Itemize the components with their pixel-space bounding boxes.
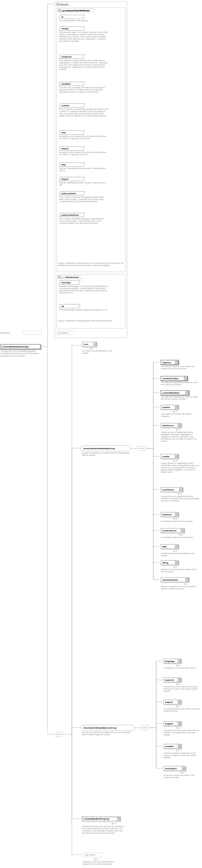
- grp-i18n-footer: A group of attributes for language and s…: [58, 320, 124, 322]
- svg-text:0..∞: 0..∞: [173, 550, 177, 552]
- svg-rect-30: [23, 331, 42, 335]
- svg-text:attributes: attributes: [60, 3, 68, 6]
- svg-text:urgency: urgency: [162, 361, 171, 364]
- svg-text:userInteraction: userInteraction: [162, 579, 178, 581]
- svg-text:0..∞: 0..∞: [176, 429, 180, 431]
- root-desc: The type for a set of metadata propertie…: [1, 350, 39, 357]
- svg-text:rating: rating: [162, 561, 168, 564]
- any-other-desc: Extension point for provider-defined pro…: [83, 861, 122, 865]
- svg-text:0..∞: 0..∞: [173, 518, 177, 520]
- svg-text:0..∞: 0..∞: [95, 858, 98, 860]
- svg-text:any ##other: any ##other: [85, 854, 96, 856]
- svg-text:0..∞: 0..∞: [178, 493, 181, 495]
- svg-text:exclAudience: exclAudience: [162, 529, 176, 532]
- admin-desc: A group of properties associated with th…: [82, 452, 130, 456]
- svg-text:any ##other: any ##other: [0, 332, 10, 334]
- svg-text:0..∞: 0..∞: [184, 583, 188, 585]
- admin-label: AdministrativeMetadataGroup: [83, 447, 115, 450]
- ext-desc: Extension Property; the semantics are de…: [82, 826, 125, 834]
- descriptive-label: DescriptiveMetadataCoreGroup: [83, 727, 116, 729]
- svg-text:0..∞: 0..∞: [176, 664, 180, 666]
- svg-text:0..∞: 0..∞: [173, 566, 177, 568]
- svg-text:0..∞: 0..∞: [176, 750, 180, 751]
- any-other-element: any ##other: [83, 852, 103, 857]
- svg-text:dir: dir: [61, 305, 64, 308]
- icon-element[interactable]: icon: [82, 342, 97, 347]
- grp-common-footer: A group of attributes for all elements o…: [58, 262, 124, 267]
- attr-label-modified: modified: [61, 83, 70, 85]
- attr-label-how: how: [61, 131, 66, 134]
- attributes-header: attributes: [56, 3, 69, 6]
- svg-text:infoSource: infoSource: [162, 424, 174, 427]
- root-type-box[interactable]: ContentMetadataAcDType: [0, 344, 41, 350]
- svg-text:0..∞: 0..∞: [173, 410, 177, 412]
- svg-text:0..∞: 0..∞: [176, 727, 180, 729]
- svg-text:0..∞: 0..∞: [179, 534, 183, 536]
- attr-label-pubconstrainturi: pubconstrainturi: [61, 214, 79, 216]
- attr-label-custom: custom: [61, 104, 69, 107]
- attr-label-id: id: [61, 16, 63, 18]
- attr-label-whyuri: whyuri: [61, 178, 69, 180]
- icon-card: 0..∞: [90, 347, 93, 349]
- svg-text:located: located: [162, 406, 170, 408]
- svg-text:0..∞: 0..∞: [181, 772, 184, 774]
- svg-text:keyword: keyword: [165, 679, 174, 681]
- any-other-attr: any ##other: [0, 331, 42, 335]
- svg-text:grp i18nAttributes: grp i18nAttributes: [61, 276, 79, 279]
- svg-text:headline: headline: [165, 745, 174, 748]
- ext-property-element[interactable]: contentMetaExtProperty: [82, 816, 121, 822]
- svg-text:description: description: [165, 767, 177, 770]
- root-type-label: ContentMetadataAcDType: [2, 345, 29, 348]
- svg-text:any ##other: any ##other: [58, 332, 69, 334]
- attr-label-creatoruri: creatoruri: [61, 56, 72, 58]
- svg-text:creator: creator: [162, 455, 170, 458]
- ext-card: 0..∞: [112, 823, 115, 825]
- svg-text:language: language: [165, 660, 175, 662]
- svg-text:xml:lang: xml:lang: [61, 281, 70, 284]
- admin-group-box[interactable]: AdministrativeMetadataGroup: [81, 445, 130, 451]
- svg-text:slugline: slugline: [165, 722, 173, 725]
- ext-label: contentMetaExtProperty: [84, 818, 109, 820]
- icon-label: icon: [84, 343, 89, 345]
- descriptive-desc: A group of properties associated with th…: [82, 731, 134, 736]
- svg-text:0..∞: 0..∞: [176, 705, 180, 707]
- descriptive-group-box[interactable]: DescriptiveMetadataCoreGroup: [81, 725, 134, 731]
- attr-label-howuri: howuri: [61, 148, 69, 150]
- svg-text:contentCreated: contentCreated: [162, 377, 178, 380]
- svg-text:contributor: contributor: [162, 489, 174, 491]
- attr-label-why: why: [61, 163, 66, 166]
- icon-desc: An iconic visual identification of the c…: [82, 350, 114, 354]
- attr-label-pubconstraint: pubconstraint: [61, 192, 76, 195]
- svg-text:contentModified: contentModified: [162, 392, 179, 394]
- svg-text:0..∞: 0..∞: [176, 683, 180, 685]
- svg-text:grp commonPowerAttributes: grp commonPowerAttributes: [61, 9, 90, 12]
- svg-text:0..∞: 0..∞: [173, 460, 177, 462]
- attr-label-creator: creator: [61, 27, 69, 30]
- svg-text:altId: altId: [162, 546, 167, 548]
- svg-text:subject: subject: [165, 701, 173, 704]
- svg-text:audience: audience: [162, 514, 172, 516]
